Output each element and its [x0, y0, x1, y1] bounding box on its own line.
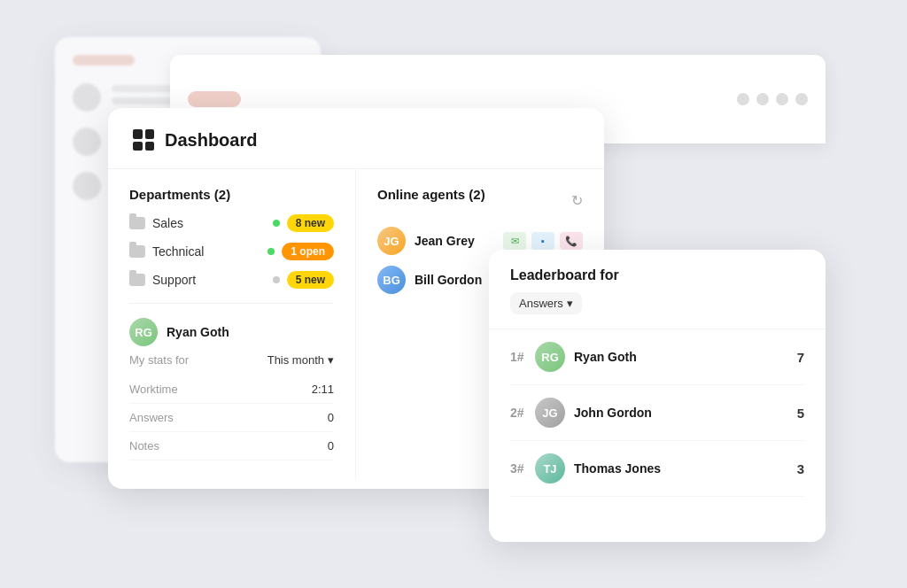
browser-dot-3	[776, 93, 788, 105]
stats-val-worktime: 2:11	[312, 383, 334, 396]
jean-grey-actions: ✉ ▪ 📞	[503, 232, 583, 250]
dept-name-technical: Technical	[152, 244, 262, 259]
leaderboard-card: Leaderboard for Answers ▾ 1# RG Ryan Got…	[489, 250, 826, 542]
agent-avatar: RG	[129, 318, 158, 346]
jean-grey-name: Jean Grey	[415, 234, 503, 248]
lb-name-ryan: Ryan Goth	[574, 350, 797, 364]
lb-row-3: 3# TJ Thomas Jones 3	[510, 441, 804, 497]
dept-status-sales	[273, 220, 280, 227]
lb-score-ryan: 7	[797, 350, 804, 365]
lb-rank-3: 3#	[510, 461, 535, 476]
lb-row-2: 2# JG John Gordon 5	[510, 385, 804, 441]
stats-header: My stats for This month ▾	[129, 353, 334, 367]
browser-dots	[737, 93, 808, 105]
dept-name-support: Support	[152, 273, 267, 287]
jean-mail-button[interactable]: ✉	[503, 232, 526, 250]
lb-score-john: 5	[797, 406, 804, 421]
stats-label: My stats for	[129, 353, 189, 367]
bill-gordon-avatar: BG	[377, 266, 406, 294]
departments-title: Departments (2)	[129, 187, 334, 202]
online-agents-title: Online agents (2)	[377, 187, 485, 202]
jean-chat-button[interactable]: ▪	[531, 232, 554, 250]
stats-val-answers: 0	[328, 411, 334, 424]
online-agents-header: Online agents (2) ↻	[377, 187, 583, 214]
stats-key-answers: Answers	[129, 411, 174, 424]
browser-dot-2	[756, 93, 769, 105]
dept-badge-technical: 1 open	[282, 243, 334, 260]
stats-val-notes: 0	[328, 439, 334, 453]
lb-rank-1: 1#	[510, 350, 535, 364]
dept-status-technical	[267, 248, 275, 255]
dashboard-header: Dashboard	[108, 108, 604, 169]
stats-row-notes: Notes 0	[129, 432, 334, 460]
stats-key-notes: Notes	[129, 439, 159, 453]
stats-row-worktime: Worktime 2:11	[129, 375, 334, 404]
page-title: Dashboard	[165, 130, 257, 151]
stats-key-worktime: Worktime	[129, 383, 178, 396]
dept-badge-support: 5 new	[287, 271, 334, 289]
left-panel: Departments (2) Sales 8 new Technical 1 …	[108, 169, 356, 479]
dept-row-sales: Sales 8 new	[129, 214, 334, 232]
dept-row-technical: Technical 1 open	[129, 243, 334, 260]
lb-avatar-john: JG	[535, 398, 565, 428]
stats-row-answers: Answers 0	[129, 404, 334, 432]
folder-icon-sales	[129, 217, 145, 229]
leaderboard-header: Leaderboard for Answers ▾	[489, 250, 826, 329]
filter-label: Answers	[519, 297, 563, 310]
folder-icon-support	[129, 274, 145, 286]
lb-name-thomas: Thomas Jones	[574, 461, 797, 476]
lb-score-thomas: 3	[797, 461, 804, 476]
refresh-icon[interactable]: ↻	[571, 192, 583, 209]
dashboard-icon	[133, 129, 154, 151]
jean-call-button[interactable]: 📞	[560, 232, 583, 250]
jean-grey-avatar: JG	[377, 227, 406, 255]
browser-pill	[188, 91, 241, 107]
chevron-down-icon: ▾	[567, 297, 573, 310]
stats-period[interactable]: This month ▾	[267, 353, 334, 367]
lb-avatar-ryan: RG	[535, 342, 565, 372]
folder-icon-technical	[129, 245, 145, 258]
lb-name-john: John Gordon	[574, 406, 797, 420]
browser-dot-1	[737, 93, 749, 105]
divider-1	[129, 303, 334, 304]
leaderboard-filter[interactable]: Answers ▾	[510, 292, 582, 314]
leaderboard-title: Leaderboard for	[510, 267, 804, 283]
chevron-down-icon: ▾	[328, 353, 334, 367]
dept-badge-sales: 8 new	[287, 214, 334, 232]
dept-status-support	[273, 276, 280, 283]
dept-name-sales: Sales	[152, 216, 267, 230]
agent-profile-row: RG Ryan Goth	[129, 318, 334, 346]
lb-rank-2: 2#	[510, 406, 535, 420]
lb-row-1: 1# RG Ryan Goth 7	[510, 329, 804, 385]
agent-name: Ryan Goth	[167, 325, 334, 339]
lb-avatar-thomas: TJ	[535, 453, 565, 484]
leaderboard-body: 1# RG Ryan Goth 7 2# JG John Gordon 5 3#…	[489, 329, 826, 497]
dept-row-support: Support 5 new	[129, 271, 334, 289]
browser-dot-4	[795, 93, 808, 105]
